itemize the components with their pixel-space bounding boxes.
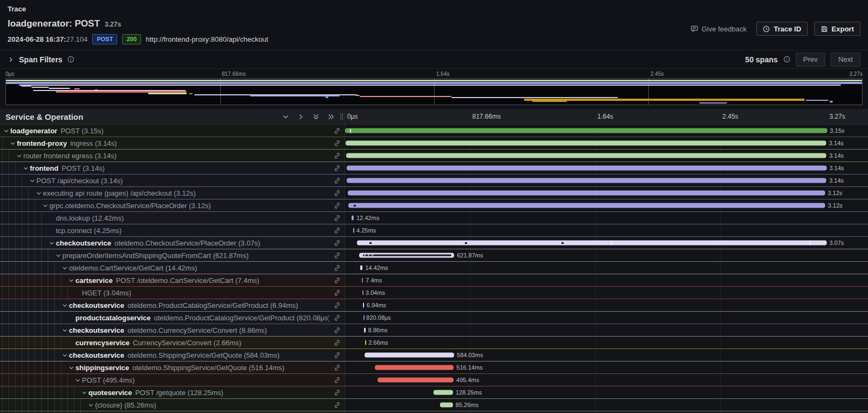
span-link-icon[interactable] — [329, 324, 344, 336]
span-link-icon[interactable] — [329, 162, 344, 174]
span-row[interactable]: executing api route (pages) /api/checkou… — [0, 187, 868, 199]
span-link-icon[interactable] — [329, 374, 344, 386]
span-link-icon[interactable] — [329, 150, 344, 162]
span-row[interactable]: checkoutserviceoteldemo.CurrencyService/… — [0, 324, 868, 337]
collapse-chevron-icon[interactable] — [87, 399, 95, 411]
collapse-chevron-icon[interactable] — [28, 175, 36, 186]
span-bar[interactable] — [365, 340, 366, 345]
span-link-icon[interactable] — [329, 137, 344, 149]
span-row[interactable]: checkoutserviceoteldemo.ProductCatalogSe… — [0, 299, 868, 312]
span-bar[interactable] — [347, 166, 827, 171]
collapse-chevron-icon[interactable] — [74, 374, 82, 386]
span-bar[interactable] — [375, 365, 454, 370]
span-row[interactable]: prepareOrderItemsAndShippingQuoteFromCar… — [0, 249, 868, 262]
span-link-icon[interactable] — [329, 299, 344, 311]
span-link-icon[interactable] — [329, 362, 344, 373]
span-row[interactable]: frontend-proxyingress (3.14s)3.14s — [0, 137, 868, 150]
span-bar[interactable] — [357, 241, 827, 246]
timeline-minimap[interactable] — [5, 78, 863, 105]
collapse-chevron-icon[interactable] — [61, 299, 69, 311]
collapse-chevron-icon[interactable] — [61, 349, 69, 361]
span-row[interactable]: oteldemo.CartService/GetCart (14.42ms)14… — [0, 262, 868, 274]
span-filters-toggle[interactable]: Span Filters — [8, 55, 74, 64]
span-bar[interactable] — [346, 141, 826, 146]
span-link-icon[interactable] — [329, 287, 344, 299]
span-link-icon[interactable] — [329, 237, 344, 249]
span-bar[interactable] — [363, 303, 364, 308]
span-row[interactable]: productcatalogserviceoteldemo.ProductCat… — [0, 312, 868, 324]
span-bar[interactable] — [348, 191, 825, 196]
next-span-button[interactable]: Next — [831, 53, 860, 67]
span-bar[interactable] — [353, 228, 354, 233]
span-link-icon[interactable] — [329, 212, 344, 224]
span-row[interactable]: shippingserviceoteldemo.ShippingService/… — [0, 362, 868, 374]
collapse-chevron-icon[interactable] — [22, 162, 30, 174]
span-bar[interactable] — [433, 390, 453, 395]
span-row[interactable]: checkoutserviceoteldemo.CheckoutService/… — [0, 237, 868, 249]
span-row[interactable]: checkoutserviceoteldemo.ShippingService/… — [0, 349, 868, 362]
span-link-icon[interactable] — [329, 274, 344, 286]
span-bar[interactable] — [362, 278, 363, 283]
collapse-chevron-icon[interactable] — [35, 187, 43, 199]
collapse-chevron-icon[interactable] — [41, 199, 49, 211]
span-bar[interactable] — [352, 216, 354, 221]
span-row[interactable]: cartservicePOST /oteldemo.CartService/Ge… — [0, 274, 868, 287]
collapse-one-icon[interactable] — [282, 113, 289, 120]
span-link-icon[interactable] — [329, 125, 344, 137]
span-bar[interactable] — [348, 203, 826, 208]
span-bar[interactable] — [365, 353, 454, 358]
span-bar[interactable] — [362, 291, 363, 295]
export-button[interactable]: Export — [814, 22, 860, 36]
collapse-chevron-icon[interactable] — [54, 249, 62, 261]
span-bar[interactable] — [363, 315, 365, 320]
span-link-icon[interactable] — [329, 187, 344, 199]
span-bar[interactable] — [360, 266, 362, 270]
collapse-chevron-icon[interactable] — [15, 150, 23, 162]
span-link-icon[interactable] — [329, 337, 344, 349]
span-row[interactable]: POST /api/checkout (3.14s)3.14s — [0, 175, 868, 187]
span-row[interactable]: dns.lookup (12.42ms)12.42ms — [0, 212, 868, 224]
span-row[interactable]: HGET (3.04ms)3.04ms — [0, 287, 868, 299]
collapse-chevron-icon[interactable] — [67, 274, 75, 286]
span-bar[interactable] — [378, 378, 454, 383]
column-resize-handle[interactable] — [341, 113, 343, 120]
expand-one-icon[interactable] — [297, 113, 304, 120]
span-link-icon[interactable] — [329, 262, 344, 274]
span-row[interactable]: quoteservicePOST /getquote (128.25ms)128… — [0, 386, 868, 399]
span-link-icon[interactable] — [329, 249, 344, 261]
collapse-chevron-icon[interactable] — [9, 137, 17, 149]
span-bar[interactable] — [347, 178, 826, 183]
span-link-icon[interactable] — [329, 386, 344, 398]
span-row[interactable]: tcp.connect (4.25ms)4.25ms — [0, 224, 868, 237]
span-link-icon[interactable] — [329, 199, 344, 211]
give-feedback-button[interactable]: Give feedback — [687, 24, 750, 34]
span-bar[interactable] — [346, 153, 826, 158]
span-row[interactable]: router frontend egress (3.14s)3.14s — [0, 150, 868, 162]
collapse-chevron-icon[interactable] — [61, 324, 69, 336]
collapse-chevron-icon[interactable] — [48, 237, 56, 249]
trace-id-button[interactable]: Trace ID — [756, 22, 808, 36]
span-bar[interactable] — [440, 403, 453, 408]
span-bar[interactable] — [364, 328, 365, 333]
span-link-icon[interactable] — [329, 312, 344, 324]
span-link-icon[interactable] — [329, 349, 344, 361]
collapse-chevron-icon[interactable] — [2, 125, 10, 137]
prev-span-button[interactable]: Prev — [796, 53, 826, 67]
span-link-icon[interactable] — [329, 224, 344, 236]
span-row[interactable]: loadgeneratorPOST (3.15s)3.15s — [0, 125, 868, 137]
span-row[interactable]: currencyserviceCurrencyService/Convert (… — [0, 337, 868, 349]
span-row[interactable]: {closure} (85.26ms)85.26ms — [0, 399, 868, 411]
span-link-icon[interactable] — [329, 399, 344, 411]
info-circle-icon[interactable] — [67, 56, 74, 63]
collapse-chevron-icon[interactable] — [80, 386, 88, 398]
span-link-icon[interactable] — [329, 175, 344, 186]
span-bar[interactable] — [359, 253, 454, 258]
collapse-chevron-icon[interactable] — [67, 362, 75, 373]
info-circle-icon[interactable] — [783, 56, 790, 63]
collapse-all-icon[interactable] — [312, 113, 320, 120]
span-bar[interactable] — [345, 128, 827, 133]
span-row[interactable]: POST (495.4ms)495.4ms — [0, 374, 868, 386]
collapse-chevron-icon[interactable] — [61, 262, 69, 274]
span-row[interactable]: grpc.oteldemo.CheckoutService/PlaceOrder… — [0, 199, 868, 212]
expand-all-icon[interactable] — [328, 113, 335, 120]
